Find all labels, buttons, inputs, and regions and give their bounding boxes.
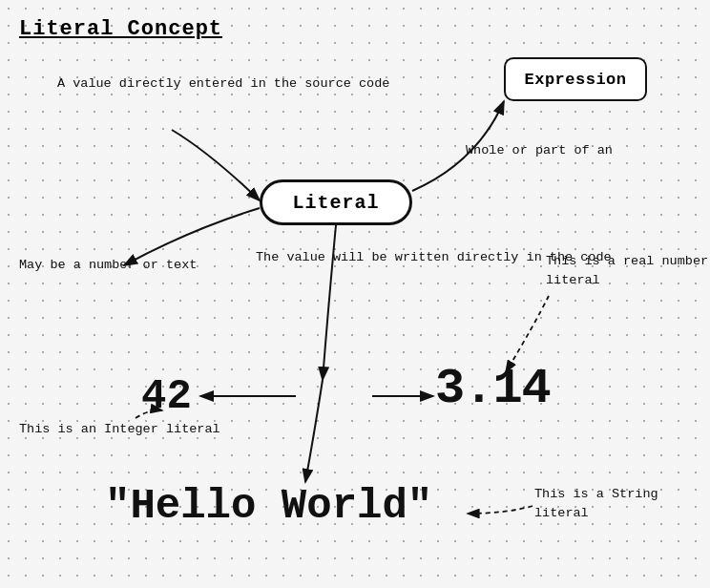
real-number-label: This is a real number literal [546,252,710,291]
expression-box: Expression [504,57,647,101]
whole-or-part-label: Whole or part of an [466,141,613,160]
source-code-label: A value directly entered in the source c… [57,74,389,94]
integer-literal-label: This is an Integer literal [19,420,220,439]
literal-label: Literal [292,192,379,214]
may-be-label: May be a number or text [19,256,197,275]
integer-value: 42 [141,372,192,420]
expression-label: Expression [524,71,626,89]
page-title: Literal Concept [19,17,222,41]
real-value: 3.14 [435,361,551,417]
string-literal-label: This is a String literal [534,485,710,524]
literal-box: Literal [260,179,412,225]
canvas: Literal Concept Literal Expression A val… [0,0,710,588]
string-value: "Hello World" [105,482,432,530]
